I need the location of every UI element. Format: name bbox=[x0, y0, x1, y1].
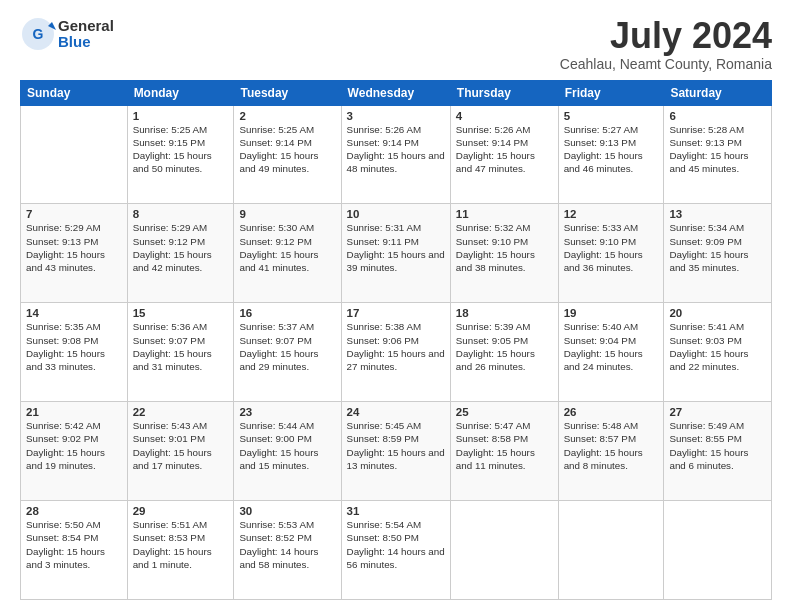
calendar-cell: 1 Sunrise: 5:25 AM Sunset: 9:15 PM Dayli… bbox=[127, 105, 234, 204]
sunset-text: Sunset: 9:08 PM bbox=[26, 335, 98, 346]
calendar-cell: 7 Sunrise: 5:29 AM Sunset: 9:13 PM Dayli… bbox=[21, 204, 128, 303]
day-info: Sunrise: 5:47 AM Sunset: 8:58 PM Dayligh… bbox=[456, 419, 553, 472]
sunset-text: Sunset: 9:10 PM bbox=[564, 236, 636, 247]
calendar-cell: 23 Sunrise: 5:44 AM Sunset: 9:00 PM Dayl… bbox=[234, 402, 341, 501]
calendar-cell: 11 Sunrise: 5:32 AM Sunset: 9:10 PM Dayl… bbox=[450, 204, 558, 303]
day-info: Sunrise: 5:54 AM Sunset: 8:50 PM Dayligh… bbox=[347, 518, 445, 571]
calendar-cell: 26 Sunrise: 5:48 AM Sunset: 8:57 PM Dayl… bbox=[558, 402, 664, 501]
day-number: 8 bbox=[133, 208, 229, 220]
day-number: 25 bbox=[456, 406, 553, 418]
daylight-text: Daylight: 15 hours and 1 minute. bbox=[133, 546, 212, 570]
calendar-cell: 6 Sunrise: 5:28 AM Sunset: 9:13 PM Dayli… bbox=[664, 105, 772, 204]
day-number: 13 bbox=[669, 208, 766, 220]
weekday-wednesday: Wednesday bbox=[341, 80, 450, 105]
weekday-sunday: Sunday bbox=[21, 80, 128, 105]
daylight-text: Daylight: 15 hours and 39 minutes. bbox=[347, 249, 445, 273]
daylight-text: Daylight: 15 hours and 24 minutes. bbox=[564, 348, 643, 372]
sunrise-text: Sunrise: 5:49 AM bbox=[669, 420, 744, 431]
svg-text:G: G bbox=[33, 26, 44, 42]
day-info: Sunrise: 5:43 AM Sunset: 9:01 PM Dayligh… bbox=[133, 419, 229, 472]
sunrise-text: Sunrise: 5:45 AM bbox=[347, 420, 422, 431]
day-info: Sunrise: 5:33 AM Sunset: 9:10 PM Dayligh… bbox=[564, 221, 659, 274]
sunrise-text: Sunrise: 5:54 AM bbox=[347, 519, 422, 530]
sunrise-text: Sunrise: 5:53 AM bbox=[239, 519, 314, 530]
day-info: Sunrise: 5:48 AM Sunset: 8:57 PM Dayligh… bbox=[564, 419, 659, 472]
daylight-text: Daylight: 15 hours and 45 minutes. bbox=[669, 150, 748, 174]
daylight-text: Daylight: 15 hours and 36 minutes. bbox=[564, 249, 643, 273]
day-info: Sunrise: 5:50 AM Sunset: 8:54 PM Dayligh… bbox=[26, 518, 122, 571]
location: Ceahlau, Neamt County, Romania bbox=[560, 56, 772, 72]
daylight-text: Daylight: 14 hours and 56 minutes. bbox=[347, 546, 445, 570]
sunrise-text: Sunrise: 5:43 AM bbox=[133, 420, 208, 431]
sunset-text: Sunset: 9:02 PM bbox=[26, 433, 98, 444]
day-number: 10 bbox=[347, 208, 445, 220]
day-number: 6 bbox=[669, 110, 766, 122]
day-number: 17 bbox=[347, 307, 445, 319]
calendar-cell: 17 Sunrise: 5:38 AM Sunset: 9:06 PM Dayl… bbox=[341, 303, 450, 402]
sunset-text: Sunset: 8:54 PM bbox=[26, 532, 98, 543]
week-row-0: 1 Sunrise: 5:25 AM Sunset: 9:15 PM Dayli… bbox=[21, 105, 772, 204]
daylight-text: Daylight: 15 hours and 15 minutes. bbox=[239, 447, 318, 471]
calendar-cell bbox=[450, 501, 558, 600]
day-info: Sunrise: 5:29 AM Sunset: 9:12 PM Dayligh… bbox=[133, 221, 229, 274]
daylight-text: Daylight: 15 hours and 50 minutes. bbox=[133, 150, 212, 174]
day-number: 24 bbox=[347, 406, 445, 418]
day-info: Sunrise: 5:26 AM Sunset: 9:14 PM Dayligh… bbox=[347, 123, 445, 176]
day-number: 23 bbox=[239, 406, 335, 418]
calendar-cell: 20 Sunrise: 5:41 AM Sunset: 9:03 PM Dayl… bbox=[664, 303, 772, 402]
daylight-text: Daylight: 15 hours and 22 minutes. bbox=[669, 348, 748, 372]
sunset-text: Sunset: 8:57 PM bbox=[564, 433, 636, 444]
sunset-text: Sunset: 9:13 PM bbox=[669, 137, 741, 148]
sunrise-text: Sunrise: 5:30 AM bbox=[239, 222, 314, 233]
calendar-cell: 2 Sunrise: 5:25 AM Sunset: 9:14 PM Dayli… bbox=[234, 105, 341, 204]
calendar-cell: 21 Sunrise: 5:42 AM Sunset: 9:02 PM Dayl… bbox=[21, 402, 128, 501]
day-info: Sunrise: 5:44 AM Sunset: 9:00 PM Dayligh… bbox=[239, 419, 335, 472]
day-number: 9 bbox=[239, 208, 335, 220]
sunset-text: Sunset: 8:58 PM bbox=[456, 433, 528, 444]
sunrise-text: Sunrise: 5:41 AM bbox=[669, 321, 744, 332]
daylight-text: Daylight: 15 hours and 29 minutes. bbox=[239, 348, 318, 372]
sunrise-text: Sunrise: 5:26 AM bbox=[456, 124, 531, 135]
sunrise-text: Sunrise: 5:32 AM bbox=[456, 222, 531, 233]
daylight-text: Daylight: 15 hours and 42 minutes. bbox=[133, 249, 212, 273]
daylight-text: Daylight: 15 hours and 49 minutes. bbox=[239, 150, 318, 174]
day-info: Sunrise: 5:25 AM Sunset: 9:15 PM Dayligh… bbox=[133, 123, 229, 176]
calendar-cell bbox=[21, 105, 128, 204]
sunset-text: Sunset: 9:11 PM bbox=[347, 236, 419, 247]
daylight-text: Daylight: 15 hours and 43 minutes. bbox=[26, 249, 105, 273]
day-info: Sunrise: 5:45 AM Sunset: 8:59 PM Dayligh… bbox=[347, 419, 445, 472]
calendar-cell: 12 Sunrise: 5:33 AM Sunset: 9:10 PM Dayl… bbox=[558, 204, 664, 303]
calendar-cell: 14 Sunrise: 5:35 AM Sunset: 9:08 PM Dayl… bbox=[21, 303, 128, 402]
sunrise-text: Sunrise: 5:29 AM bbox=[133, 222, 208, 233]
sunset-text: Sunset: 9:00 PM bbox=[239, 433, 311, 444]
calendar-cell: 18 Sunrise: 5:39 AM Sunset: 9:05 PM Dayl… bbox=[450, 303, 558, 402]
sunrise-text: Sunrise: 5:50 AM bbox=[26, 519, 101, 530]
sunset-text: Sunset: 9:14 PM bbox=[347, 137, 419, 148]
sunset-text: Sunset: 9:12 PM bbox=[239, 236, 311, 247]
day-info: Sunrise: 5:41 AM Sunset: 9:03 PM Dayligh… bbox=[669, 320, 766, 373]
day-info: Sunrise: 5:42 AM Sunset: 9:02 PM Dayligh… bbox=[26, 419, 122, 472]
daylight-text: Daylight: 15 hours and 46 minutes. bbox=[564, 150, 643, 174]
day-number: 16 bbox=[239, 307, 335, 319]
sunset-text: Sunset: 9:09 PM bbox=[669, 236, 741, 247]
day-number: 15 bbox=[133, 307, 229, 319]
daylight-text: Daylight: 15 hours and 33 minutes. bbox=[26, 348, 105, 372]
sunrise-text: Sunrise: 5:44 AM bbox=[239, 420, 314, 431]
calendar-cell: 29 Sunrise: 5:51 AM Sunset: 8:53 PM Dayl… bbox=[127, 501, 234, 600]
sunrise-text: Sunrise: 5:25 AM bbox=[133, 124, 208, 135]
calendar-cell bbox=[558, 501, 664, 600]
week-row-1: 7 Sunrise: 5:29 AM Sunset: 9:13 PM Dayli… bbox=[21, 204, 772, 303]
sunrise-text: Sunrise: 5:25 AM bbox=[239, 124, 314, 135]
day-number: 1 bbox=[133, 110, 229, 122]
sunset-text: Sunset: 9:14 PM bbox=[456, 137, 528, 148]
calendar-cell: 15 Sunrise: 5:36 AM Sunset: 9:07 PM Dayl… bbox=[127, 303, 234, 402]
day-number: 3 bbox=[347, 110, 445, 122]
sunset-text: Sunset: 9:12 PM bbox=[133, 236, 205, 247]
day-info: Sunrise: 5:26 AM Sunset: 9:14 PM Dayligh… bbox=[456, 123, 553, 176]
sunset-text: Sunset: 8:59 PM bbox=[347, 433, 419, 444]
day-number: 11 bbox=[456, 208, 553, 220]
day-info: Sunrise: 5:28 AM Sunset: 9:13 PM Dayligh… bbox=[669, 123, 766, 176]
sunrise-text: Sunrise: 5:31 AM bbox=[347, 222, 422, 233]
day-info: Sunrise: 5:27 AM Sunset: 9:13 PM Dayligh… bbox=[564, 123, 659, 176]
calendar-cell: 3 Sunrise: 5:26 AM Sunset: 9:14 PM Dayli… bbox=[341, 105, 450, 204]
